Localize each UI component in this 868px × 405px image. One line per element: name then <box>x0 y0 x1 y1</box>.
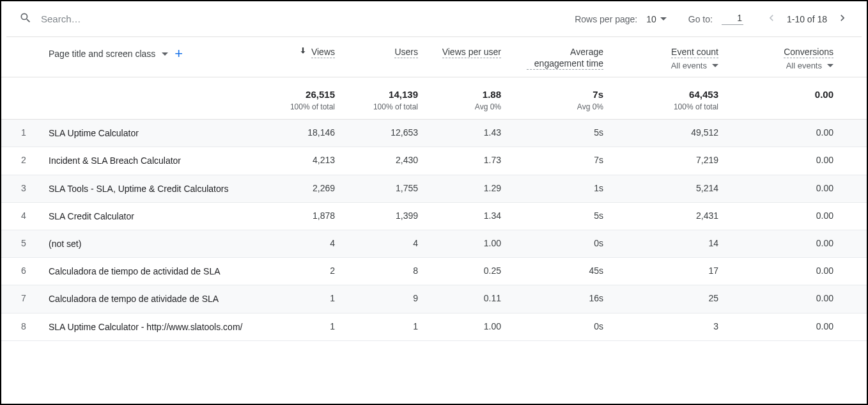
row-events: 49,512 <box>611 127 726 138</box>
table-row[interactable]: 5 (not set) 4 4 1.00 0s 14 0.00 <box>1 230 867 258</box>
dimension-selector[interactable]: Page title and screen class + <box>49 46 260 59</box>
row-vpu: 1.43 <box>426 127 509 138</box>
totals-row: 26,515 100% of total 14,139 100% of tota… <box>1 77 867 120</box>
row-index: 5 <box>6 238 49 248</box>
row-events: 7,219 <box>611 155 726 165</box>
chevron-right-icon <box>836 12 849 24</box>
totals-events: 64,453 100% of total <box>611 89 726 111</box>
col-header-conversions[interactable]: Conversions All events <box>726 46 841 70</box>
row-index: 6 <box>6 266 49 276</box>
col-header-views-per-user[interactable]: Views per user <box>426 46 509 58</box>
col-header-views[interactable]: Views <box>260 46 343 58</box>
row-events: 3 <box>611 321 726 331</box>
table-row[interactable]: 2 Incident & SLA Breach Calculator 4,213… <box>1 147 867 175</box>
goto-label: Go to: <box>688 14 713 24</box>
row-users: 2,430 <box>343 155 426 165</box>
row-convs: 0.00 <box>726 238 841 248</box>
table-row[interactable]: 1 SLA Uptime Calculator 18,146 12,653 1.… <box>1 120 867 147</box>
col-label: Event count <box>671 46 718 58</box>
row-views: 4 <box>260 238 343 248</box>
row-views: 1 <box>260 321 343 331</box>
row-aet: 16s <box>509 293 611 303</box>
row-index: 7 <box>6 293 49 303</box>
row-aet: 5s <box>509 210 611 221</box>
table-row[interactable]: 6 Calculadora de tiempo de actividad de … <box>1 258 867 285</box>
row-dimension: SLA Uptime Calculator <box>49 127 260 139</box>
row-vpu: 0.25 <box>426 266 509 276</box>
col-header-users[interactable]: Users <box>343 46 426 58</box>
row-events: 2,431 <box>611 210 726 221</box>
prev-page-button[interactable] <box>765 12 778 26</box>
row-users: 9 <box>343 293 426 303</box>
row-aet: 0s <box>509 321 611 331</box>
row-vpu: 1.34 <box>426 210 509 221</box>
row-users: 12,653 <box>343 127 426 138</box>
row-vpu: 0.11 <box>426 293 509 303</box>
table-row[interactable]: 8 SLA Uptime Calculator - http://www.sla… <box>1 314 867 341</box>
chevron-down-icon <box>827 64 833 67</box>
row-views: 2,269 <box>260 183 343 193</box>
event-filter-select[interactable]: All events <box>671 61 718 70</box>
conversion-filter-select[interactable]: All events <box>786 61 833 70</box>
col-header-avg-engagement[interactable]: Average engagement time <box>509 46 611 70</box>
row-aet: 5s <box>509 127 611 138</box>
row-convs: 0.00 <box>726 321 841 331</box>
chevron-down-icon <box>712 64 718 67</box>
totals-users: 14,139 100% of total <box>343 89 426 111</box>
row-views: 1,878 <box>260 210 343 221</box>
row-dimension: SLA Tools - SLA, Uptime & Credit Calcula… <box>49 183 260 195</box>
row-dimension: Incident & SLA Breach Calculator <box>49 155 260 166</box>
row-dimension: SLA Credit Calculator <box>49 210 260 222</box>
search-input[interactable] <box>41 13 271 24</box>
row-convs: 0.00 <box>726 293 841 303</box>
row-convs: 0.00 <box>726 266 841 276</box>
report-panel: Rows per page: 10 Go to: 1 1-10 of 18 Pa… <box>0 0 868 405</box>
row-vpu: 1.00 <box>426 321 509 331</box>
search-wrap <box>19 12 563 26</box>
next-page-button[interactable] <box>836 12 849 26</box>
rows-per-page-value: 10 <box>646 14 656 24</box>
col-header-event-count[interactable]: Event count All events <box>611 46 726 70</box>
row-index: 2 <box>6 155 49 165</box>
row-events: 5,214 <box>611 183 726 193</box>
row-vpu: 1.29 <box>426 183 509 193</box>
table-row[interactable]: 3 SLA Tools - SLA, Uptime & Credit Calcu… <box>1 175 867 203</box>
row-views: 1 <box>260 293 343 303</box>
col-label: Users <box>394 46 418 58</box>
table-row[interactable]: 7 Calculadora de tempo de atividade de S… <box>1 285 867 313</box>
row-index: 4 <box>6 210 49 221</box>
row-index: 3 <box>6 183 49 193</box>
row-views: 18,146 <box>260 127 343 138</box>
table-header: Page title and screen class + Views User… <box>1 37 867 77</box>
row-aet: 0s <box>509 238 611 248</box>
totals-convs: 0.00 <box>726 89 841 102</box>
row-index: 8 <box>6 321 49 331</box>
row-vpu: 1.73 <box>426 155 509 165</box>
sort-desc-icon <box>298 46 307 57</box>
row-dimension: SLA Uptime Calculator - http://www.slato… <box>49 321 260 333</box>
row-views: 4,213 <box>260 155 343 165</box>
row-events: 14 <box>611 238 726 248</box>
row-convs: 0.00 <box>726 183 841 193</box>
table-row[interactable]: 4 SLA Credit Calculator 1,878 1,399 1.34… <box>1 203 867 230</box>
row-convs: 0.00 <box>726 210 841 221</box>
row-aet: 45s <box>509 266 611 276</box>
row-convs: 0.00 <box>726 155 841 165</box>
row-events: 17 <box>611 266 726 276</box>
rows-per-page-label: Rows per page: <box>575 14 637 24</box>
row-users: 8 <box>343 266 426 276</box>
row-vpu: 1.00 <box>426 238 509 248</box>
row-dimension: Calculadora de tempo de atividade de SLA <box>49 293 260 305</box>
row-views: 2 <box>260 266 343 276</box>
goto-input[interactable]: 1 <box>722 13 743 25</box>
dimension-label: Page title and screen class <box>49 49 155 59</box>
pager: Rows per page: 10 Go to: 1 1-10 of 18 <box>575 12 849 26</box>
col-label: Average engagement time <box>527 46 603 70</box>
rows-per-page-select[interactable]: 10 <box>646 14 667 24</box>
col-label: Views <box>311 46 335 58</box>
search-icon <box>19 12 32 26</box>
data-table: Page title and screen class + Views User… <box>1 37 867 341</box>
row-dimension: (not set) <box>49 238 260 250</box>
row-aet: 7s <box>509 155 611 165</box>
chevron-down-icon <box>660 17 667 20</box>
